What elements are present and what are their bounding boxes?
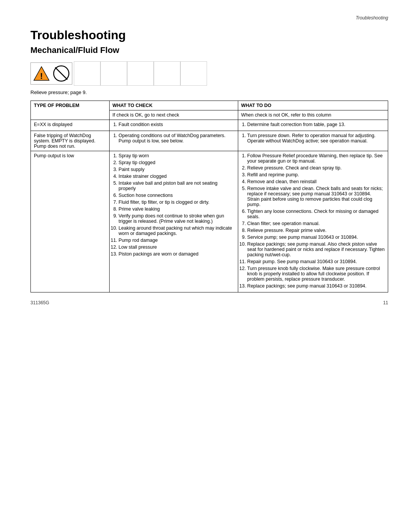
check-cell: Operating conditions out of WatchDog par… (109, 131, 238, 151)
do-cell: Determine fault correction from table, p… (238, 120, 388, 131)
empty-icon-cell-5 (180, 61, 207, 86)
do-cell: Turn pressure down. Refer to operation m… (238, 131, 388, 151)
svg-text:!: ! (40, 71, 43, 81)
check-cell: Spray tip worn Spray tip clogged Paint s… (109, 151, 238, 292)
page-footer: 311365G 11 (30, 300, 388, 305)
warning-icons-group: ! (30, 62, 72, 85)
empty-icon-cell-2 (100, 61, 127, 86)
warning-triangle-icon: ! (32, 64, 51, 83)
col-do-header-top: WHAT TO DO (238, 101, 388, 110)
sub-title: Mechanical/Fluid Flow (30, 45, 388, 55)
empty-icon-cell-4 (154, 61, 180, 86)
table-row: Pump output is low Spray tip worn Spray … (31, 151, 388, 292)
footer-right: 11 (383, 300, 388, 305)
troubleshooting-table: TYPE OF PROBLEM WHAT TO CHECK WHAT TO DO… (30, 101, 388, 292)
page-header-right: Troubleshooting (30, 15, 388, 21)
col-check-header-top: WHAT TO CHECK (109, 101, 238, 110)
empty-icon-cell-3 (127, 61, 154, 86)
problem-cell: Pump output is low (31, 151, 110, 292)
relieve-pressure-note: Relieve pressure; page 9. (30, 89, 388, 95)
table-row: E=XX is displayed Fault condition exists… (31, 120, 388, 131)
problem-cell: False tripping of WatchDog system. EMPTY… (31, 131, 110, 151)
header-text: Troubleshooting (356, 15, 388, 21)
col-do-header-bottom: When check is not OK, refer to this colu… (238, 110, 388, 120)
col-check-header-bottom: If check is OK, go to next check (109, 110, 238, 120)
no-entry-icon (52, 64, 70, 83)
problem-cell: E=XX is displayed (31, 120, 110, 131)
icons-row: ! (30, 61, 388, 86)
footer-left: 311365G (30, 300, 49, 305)
empty-icon-cell-1 (74, 61, 100, 86)
check-cell: Fault condition exists (109, 120, 238, 131)
col-problem-header: TYPE OF PROBLEM (31, 101, 110, 120)
do-cell: Follow Pressure Relief procedure Warning… (238, 151, 388, 292)
table-row: False tripping of WatchDog system. EMPTY… (31, 131, 388, 151)
main-title: Troubleshooting (30, 28, 388, 42)
